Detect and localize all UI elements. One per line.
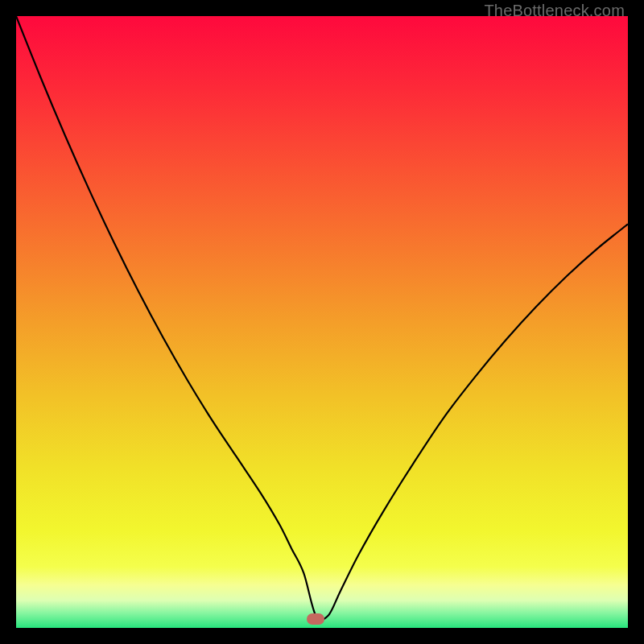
plot-area	[16, 16, 628, 628]
curve-layer	[16, 16, 628, 628]
minimum-marker	[307, 613, 324, 625]
bottleneck-curve	[16, 16, 628, 620]
chart-frame: TheBottleneck.com	[0, 0, 644, 644]
